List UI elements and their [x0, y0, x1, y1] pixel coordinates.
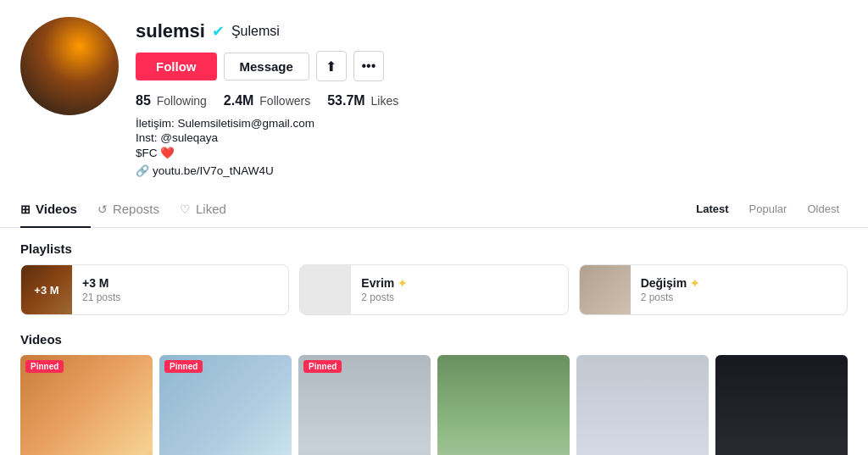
video-card-4[interactable]: ▷ 75.4K: [437, 355, 570, 455]
sort-oldest-button[interactable]: Oldest: [798, 199, 848, 219]
nav-tabs: ⊞ Videos ↺ Reposts ♡ Liked Latest Popula…: [0, 191, 868, 228]
playlist-card-2[interactable]: Evrim ✦ 2 posts: [299, 264, 568, 315]
playlist-thumb-3: [580, 264, 631, 315]
pinned-badge-1: Pinned: [25, 360, 64, 373]
playlist-posts-2: 2 posts: [361, 291, 407, 303]
sort-popular-button[interactable]: Popular: [741, 199, 796, 219]
video-card-2[interactable]: Pinned▷ 21.5M: [159, 355, 292, 455]
playlist-overlay-1: +3 M: [21, 264, 72, 315]
followers-label: Followers: [259, 94, 310, 108]
tab-videos-label: Videos: [36, 202, 77, 216]
likes-stat: 53.7M Likes: [327, 93, 398, 108]
followers-count: 2.4M: [224, 93, 254, 108]
bio-line-3: $FC ❤️: [136, 146, 848, 159]
playlists-section-title: Playlists: [20, 241, 848, 256]
tab-reposts[interactable]: ↺ Reposts: [97, 191, 173, 228]
tab-videos[interactable]: ⊞ Videos: [20, 191, 91, 228]
video-card-3[interactable]: Pinned▷ 13.4M: [298, 355, 431, 455]
playlists-grid: +3 M +3 M 21 posts Evrim ✦ 2 posts: [20, 264, 848, 315]
videos-tab-icon: ⊞: [20, 203, 31, 216]
video-card-5[interactable]: ▷ 1.3M: [576, 355, 709, 455]
playlist-info-3: Değişim ✦ 2 posts: [631, 276, 709, 303]
tab-reposts-label: Reposts: [113, 202, 159, 216]
tab-liked-label: Liked: [196, 202, 226, 216]
following-label: Following: [157, 94, 207, 108]
reposts-tab-icon: ↺: [97, 203, 108, 216]
bio-link[interactable]: 🔗 youtu.be/IV7o_tNAW4U: [136, 164, 848, 177]
video-card-6[interactable]: ▷ 450.4K: [715, 355, 848, 455]
playlist-star-2: ✦: [398, 277, 407, 290]
bio-line-2: Inst: @suleqaya: [136, 131, 848, 144]
action-row: Follow Message ⬆ •••: [136, 51, 848, 81]
following-count: 85: [136, 93, 151, 108]
stats-row: 85 Following 2.4M Followers 53.7M Likes: [136, 93, 848, 108]
pinned-badge-3: Pinned: [303, 360, 342, 373]
profile-info: sulemsi ✔ Şulemsi Follow Message ⬆ ••• 8…: [136, 17, 848, 177]
liked-tab-icon: ♡: [180, 203, 191, 216]
likes-count: 53.7M: [327, 93, 364, 108]
likes-label: Likes: [371, 94, 399, 108]
playlist-info-2: Evrim ✦ 2 posts: [351, 276, 417, 303]
display-name: Şulemsi: [231, 24, 280, 39]
more-icon: •••: [361, 58, 376, 74]
playlist-name-3: Değişim ✦: [641, 276, 699, 290]
sort-latest-button[interactable]: Latest: [687, 199, 737, 219]
videos-grid: Pinned▷ 17.6MPinned▷ 21.5MPinned▷ 13.4M▷…: [20, 355, 848, 455]
bio-line-1: İletişim: Sulemsiletisim@gmail.com: [136, 117, 848, 130]
share-button[interactable]: ⬆: [316, 51, 347, 81]
link-icon: 🔗: [136, 164, 149, 177]
playlist-posts-3: 2 posts: [641, 291, 699, 303]
followers-stat[interactable]: 2.4M Followers: [224, 93, 310, 108]
message-button[interactable]: Message: [224, 53, 309, 80]
share-icon: ⬆: [326, 58, 337, 75]
playlist-card-1[interactable]: +3 M +3 M 21 posts: [20, 264, 289, 315]
playlist-card-3[interactable]: Değişim ✦ 2 posts: [579, 264, 848, 315]
follow-button[interactable]: Follow: [136, 53, 217, 80]
playlist-name-1: +3 M: [82, 276, 120, 290]
username: sulemsi: [136, 20, 205, 42]
playlist-posts-1: 21 posts: [82, 291, 120, 303]
playlist-info-1: +3 M 21 posts: [72, 276, 131, 303]
link-url: youtu.be/IV7o_tNAW4U: [153, 164, 274, 177]
username-row: sulemsi ✔ Şulemsi: [136, 20, 848, 42]
sort-buttons: Latest Popular Oldest: [687, 199, 848, 219]
avatar: [20, 17, 119, 115]
following-stat[interactable]: 85 Following: [136, 93, 207, 108]
videos-section-title: Videos: [20, 332, 848, 347]
content-area: Playlists +3 M +3 M 21 posts Evrim ✦ 2 p…: [0, 241, 868, 455]
playlist-thumb-1: +3 M: [21, 264, 72, 315]
playlist-star-3: ✦: [690, 277, 699, 290]
pinned-badge-2: Pinned: [164, 360, 203, 373]
tab-liked[interactable]: ♡ Liked: [180, 191, 240, 228]
verified-icon: ✔: [212, 22, 225, 41]
video-card-1[interactable]: Pinned▷ 17.6M: [20, 355, 153, 455]
playlist-thumb-2: [300, 264, 351, 315]
more-button[interactable]: •••: [353, 51, 384, 81]
playlist-name-2: Evrim ✦: [361, 276, 407, 290]
